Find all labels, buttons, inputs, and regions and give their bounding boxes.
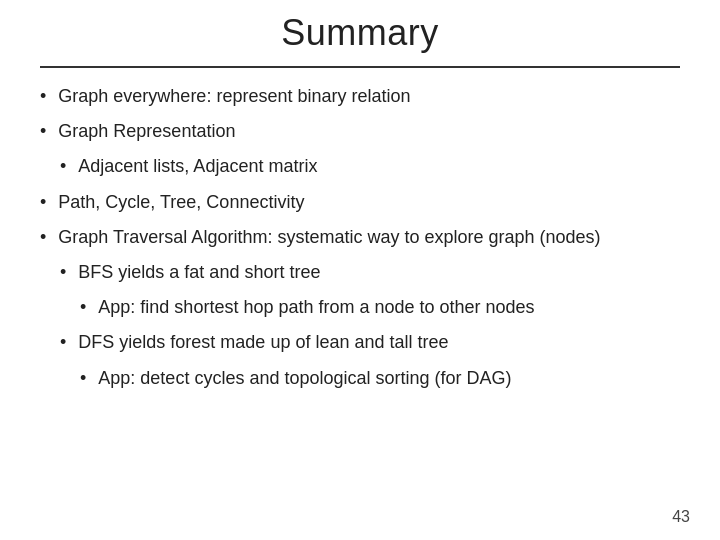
bullet-text: Path, Cycle, Tree, Connectivity (58, 190, 304, 215)
list-item: • Graph everywhere: represent binary rel… (40, 84, 680, 109)
bullet-text: Graph Representation (58, 119, 235, 144)
bullet-dot: • (40, 225, 46, 250)
title-divider (40, 66, 680, 68)
title-section: Summary (40, 0, 680, 62)
bullet-dot: • (40, 84, 46, 109)
bullet-text: App: find shortest hop path from a node … (98, 295, 534, 320)
bullet-dot: • (40, 190, 46, 215)
list-item: • Graph Representation (40, 119, 680, 144)
bullet-text: Graph Traversal Algorithm: systematic wa… (58, 225, 600, 250)
slide-title: Summary (40, 12, 680, 54)
list-item: • App: detect cycles and topological sor… (40, 366, 680, 391)
list-item: • Path, Cycle, Tree, Connectivity (40, 190, 680, 215)
bullet-dot: • (60, 260, 66, 285)
list-item: • Adjacent lists, Adjacent matrix (40, 154, 680, 179)
bullet-dot: • (40, 119, 46, 144)
bullet-dot: • (80, 366, 86, 391)
bullet-dot: • (60, 330, 66, 355)
bullet-text: Adjacent lists, Adjacent matrix (78, 154, 317, 179)
list-item: • App: find shortest hop path from a nod… (40, 295, 680, 320)
bullet-text: DFS yields forest made up of lean and ta… (78, 330, 448, 355)
bullet-text: BFS yields a fat and short tree (78, 260, 320, 285)
page-number: 43 (672, 508, 690, 526)
bullet-dot: • (80, 295, 86, 320)
list-item: • BFS yields a fat and short tree (40, 260, 680, 285)
content-area: • Graph everywhere: represent binary rel… (40, 84, 680, 510)
bullet-text: Graph everywhere: represent binary relat… (58, 84, 410, 109)
bullet-dot: • (60, 154, 66, 179)
list-item: • Graph Traversal Algorithm: systematic … (40, 225, 680, 250)
list-item: • DFS yields forest made up of lean and … (40, 330, 680, 355)
slide: Summary • Graph everywhere: represent bi… (0, 0, 720, 540)
bullet-text: App: detect cycles and topological sorti… (98, 366, 511, 391)
